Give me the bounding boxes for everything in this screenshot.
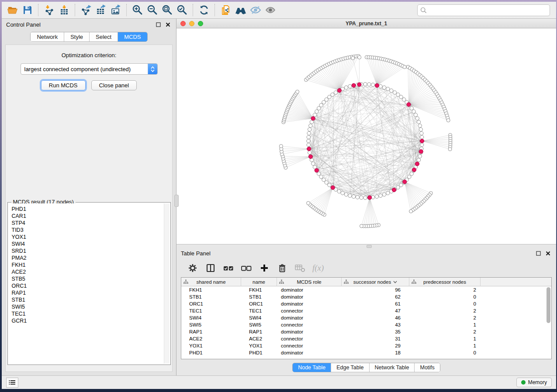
mcds-result-item[interactable]: ORC1 bbox=[12, 282, 170, 289]
delete-rows-button[interactable] bbox=[277, 262, 288, 274]
network-node[interactable] bbox=[319, 103, 323, 107]
network-node[interactable] bbox=[307, 139, 310, 143]
mcds-result-item[interactable]: STP4 bbox=[12, 220, 170, 227]
network-node[interactable] bbox=[415, 117, 419, 120]
network-leaf-node[interactable] bbox=[307, 201, 310, 205]
network-node[interactable] bbox=[308, 127, 311, 131]
network-node[interactable] bbox=[382, 193, 386, 196]
network-node[interactable] bbox=[379, 85, 382, 88]
column-layout-button[interactable] bbox=[205, 262, 216, 274]
network-canvas[interactable] bbox=[176, 28, 556, 244]
network-node[interactable] bbox=[410, 172, 413, 175]
mcds-result-item[interactable]: PHD1 bbox=[12, 206, 170, 213]
table-cell[interactable]: YOX1 bbox=[241, 342, 277, 349]
table-cell[interactable]: ACE2 bbox=[181, 335, 241, 342]
horizontal-splitter-handle[interactable] bbox=[367, 245, 372, 248]
table-cell[interactable]: 47 bbox=[342, 307, 409, 314]
network-node[interactable] bbox=[313, 113, 316, 117]
network-node[interactable] bbox=[419, 127, 422, 131]
network-node[interactable] bbox=[307, 131, 311, 135]
search-input[interactable] bbox=[427, 7, 547, 14]
mcds-result-item[interactable]: CAR1 bbox=[12, 213, 170, 220]
open-file-button[interactable] bbox=[5, 3, 20, 17]
network-node[interactable] bbox=[307, 135, 310, 139]
table-cell[interactable]: 18 bbox=[342, 349, 409, 356]
network-node[interactable] bbox=[418, 155, 422, 158]
mcds-result-item[interactable]: TID3 bbox=[12, 227, 170, 234]
table-cell[interactable]: 1 bbox=[409, 321, 481, 328]
close-panel-icon[interactable] bbox=[544, 249, 552, 257]
zoom-selected-button[interactable] bbox=[175, 3, 190, 17]
network-node[interactable] bbox=[322, 100, 325, 104]
mcds-result-item[interactable]: GCR1 bbox=[12, 317, 170, 324]
column-header-predecessor-nodes[interactable]: predecessor nodes bbox=[409, 278, 481, 286]
table-cell[interactable]: 96 bbox=[342, 286, 409, 293]
table-tab-node-table[interactable]: Node Table bbox=[293, 363, 331, 372]
zoom-fit-button[interactable] bbox=[160, 3, 175, 17]
table-cell[interactable]: SWI5 bbox=[241, 321, 277, 328]
network-leaf-node[interactable] bbox=[409, 210, 413, 213]
table-cell[interactable]: FKH1 bbox=[181, 286, 241, 293]
table-tab-motifs[interactable]: Motifs bbox=[415, 363, 439, 372]
network-window-titlebar[interactable]: YPA_prune.txt_1 bbox=[176, 19, 556, 28]
table-cell[interactable]: dominator bbox=[277, 300, 342, 307]
mcds-result-list[interactable]: PHD1CAR1STP4TID3YOX1SWI4SRD1PMA2FKH1ACE2… bbox=[9, 203, 170, 364]
show-all-button[interactable] bbox=[263, 3, 278, 17]
network-node[interactable] bbox=[325, 98, 328, 101]
network-node[interactable] bbox=[315, 110, 318, 113]
network-node[interactable] bbox=[363, 196, 367, 199]
network-node[interactable] bbox=[410, 107, 413, 110]
mcds-result-item[interactable]: RAP1 bbox=[12, 289, 170, 296]
table-cell[interactable]: connector bbox=[277, 307, 342, 314]
network-leaf-node[interactable] bbox=[403, 65, 406, 69]
table-cell[interactable]: 0 bbox=[409, 300, 481, 307]
table-cell[interactable]: ACE2 bbox=[241, 335, 277, 342]
network-node[interactable] bbox=[341, 191, 344, 195]
mcds-network-node[interactable] bbox=[311, 117, 315, 120]
clone-network-button[interactable] bbox=[218, 3, 233, 17]
table-scrollbar[interactable] bbox=[546, 286, 551, 358]
export-image-button[interactable] bbox=[108, 3, 123, 17]
table-cell[interactable]: 1 bbox=[409, 335, 481, 342]
vertical-splitter-handle[interactable] bbox=[174, 195, 179, 207]
table-row[interactable]: TEC1TEC1connector472 bbox=[181, 307, 551, 314]
network-node[interactable] bbox=[420, 135, 423, 139]
network-node[interactable] bbox=[356, 196, 359, 199]
float-panel-icon[interactable] bbox=[154, 21, 162, 28]
zoom-in-button[interactable] bbox=[130, 3, 145, 17]
table-row[interactable]: RAP1RAP1dominator352 bbox=[181, 328, 551, 335]
function-builder-button[interactable]: f(x) bbox=[312, 263, 324, 273]
close-panel-icon[interactable] bbox=[164, 21, 172, 28]
table-row[interactable]: ACE2ACE2connector311 bbox=[181, 335, 551, 342]
mcds-network-node[interactable] bbox=[357, 83, 361, 86]
network-node[interactable] bbox=[379, 194, 382, 197]
tab-mcds[interactable]: MCDS bbox=[118, 32, 147, 41]
network-node[interactable] bbox=[363, 83, 367, 86]
close-panel-button[interactable]: Close panel bbox=[91, 80, 137, 90]
delete-table-button[interactable] bbox=[294, 262, 306, 274]
network-node[interactable] bbox=[386, 87, 390, 91]
table-cell[interactable]: 61 bbox=[342, 300, 409, 307]
table-cell[interactable]: YOX1 bbox=[181, 342, 241, 349]
mcds-result-item[interactable]: SWI5 bbox=[12, 303, 170, 310]
network-node[interactable] bbox=[348, 194, 352, 197]
network-node[interactable] bbox=[420, 131, 423, 135]
network-node[interactable] bbox=[331, 93, 334, 96]
network-leaf-node[interactable] bbox=[296, 90, 299, 93]
mcds-result-item[interactable]: SRD1 bbox=[12, 248, 170, 254]
network-node[interactable] bbox=[352, 195, 355, 198]
network-leaf-node[interactable] bbox=[360, 224, 363, 228]
mcds-network-node[interactable] bbox=[307, 147, 311, 151]
network-node[interactable] bbox=[412, 110, 415, 113]
table-tab-network-table[interactable]: Network Table bbox=[370, 363, 415, 372]
table-cell[interactable]: connector bbox=[277, 342, 342, 349]
column-header-name[interactable]: name bbox=[241, 278, 277, 286]
network-node[interactable] bbox=[308, 151, 311, 154]
table-cell[interactable]: SWI5 bbox=[181, 321, 241, 328]
refresh-view-button[interactable] bbox=[197, 3, 211, 17]
network-node[interactable] bbox=[319, 175, 323, 179]
table-cell[interactable]: PHD1 bbox=[181, 349, 241, 356]
mcds-network-node[interactable] bbox=[368, 196, 372, 199]
mcds-result-item[interactable]: FKH1 bbox=[12, 261, 170, 268]
add-row-button[interactable] bbox=[259, 262, 270, 274]
